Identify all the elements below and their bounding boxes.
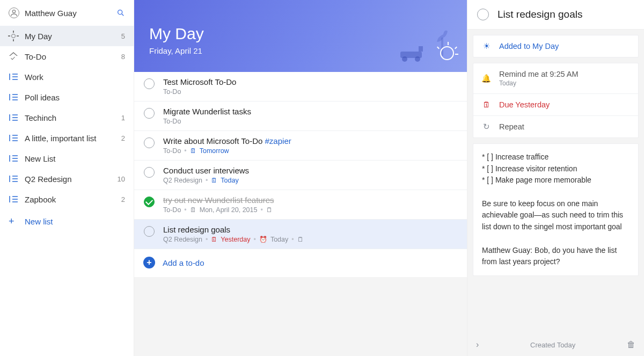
sun-icon: ☀	[481, 42, 492, 50]
task-checkbox[interactable]	[144, 167, 155, 178]
task-due: Tomorrow	[200, 147, 229, 155]
detail-header: List redesign goals	[467, 0, 644, 30]
added-label: Added to My Day	[499, 42, 559, 50]
sun-icon	[9, 31, 18, 41]
sidebar-item-label: To-Do	[25, 52, 121, 61]
task-checkbox[interactable]	[144, 226, 155, 237]
task-checkbox[interactable]	[144, 137, 155, 148]
sidebar-item-q2-redesign[interactable]: Q2 Redesign 10	[0, 169, 134, 189]
add-task-button[interactable]: + Add a to-do	[134, 249, 467, 277]
detail-panel: List redesign goals ☀ Added to My Day 🔔 …	[467, 0, 644, 356]
task-title: List redesign goals	[163, 225, 456, 234]
note-icon: 🗒	[266, 206, 273, 214]
created-label: Created Today	[479, 341, 627, 349]
list-icon	[9, 113, 18, 122]
task-title: Test Microsoft To-Do	[163, 77, 456, 86]
sidebar-item-important[interactable]: A little, important list 2	[0, 128, 134, 148]
detail-title[interactable]: List redesign goals	[497, 9, 582, 20]
search-icon[interactable]	[116, 9, 125, 17]
sidebar-item-label: Work	[25, 72, 125, 82]
main-panel: My Day Friday, April 21 Test Microsoft T…	[134, 0, 467, 356]
list-icon	[9, 92, 18, 102]
repeat-icon: ↻	[481, 122, 492, 131]
task-list-name: To-Do	[163, 118, 181, 125]
note-icon: 🗒	[297, 236, 304, 243]
bell-icon: 🔔	[481, 74, 492, 83]
sidebar-item-label: Poll ideas	[25, 93, 125, 102]
list-icon	[9, 174, 18, 184]
sidebar-item-new-list[interactable]: New List	[0, 148, 134, 169]
svg-point-0	[12, 10, 15, 13]
task-title: try out new Wunderlist features	[163, 195, 456, 205]
task-row[interactable]: Write about Microsoft To-Do #zapier To-D…	[134, 131, 467, 161]
task-hashtag[interactable]: #zapier	[265, 136, 291, 146]
sidebar-item-label: New List	[25, 154, 125, 163]
repeat-row[interactable]: ↻ Repeat	[473, 116, 638, 137]
sidebar-item-my-day[interactable]: My Day 5	[0, 26, 134, 46]
sidebar-item-work[interactable]: Work	[0, 67, 134, 87]
task-checkbox[interactable]	[144, 108, 155, 119]
sidebar-item-label: Techinch	[25, 113, 121, 122]
task-title: Migrate Wunderlist tasks	[163, 107, 456, 116]
task-list: Test Microsoft To-Do To-Do Migrate Wunde…	[134, 72, 467, 277]
new-list-button[interactable]: + New list	[0, 209, 134, 234]
task-date: Mon, April 20, 2015	[200, 206, 258, 214]
list-icon	[9, 72, 18, 82]
plus-circle-icon: +	[143, 257, 155, 268]
calendar-icon: 🗓	[211, 236, 217, 243]
sidebar-header: Matthew Guay	[0, 2, 134, 26]
sidebar-item-count: 2	[121, 195, 125, 204]
added-to-my-day-button[interactable]: ☀ Added to My Day	[473, 35, 638, 57]
add-task-label: Add a to-do	[163, 258, 204, 267]
svg-line-2	[122, 14, 123, 16]
task-due: Today	[221, 177, 238, 184]
calendar-icon: 🗓	[211, 177, 217, 184]
user-name[interactable]: Matthew Guay	[25, 9, 116, 18]
sidebar-item-label: A little, important list	[25, 134, 121, 143]
task-list-name: To-Do	[163, 206, 181, 214]
sidebar-item-label: Zapbook	[25, 195, 121, 204]
sidebar-item-count: 5	[121, 32, 125, 40]
detail-footer: › Created Today 🗑	[467, 335, 644, 356]
task-row[interactable]: Test Microsoft To-Do To-Do	[134, 72, 467, 101]
sidebar-item-count: 2	[121, 134, 125, 142]
list-icon	[9, 154, 18, 163]
list-icon	[9, 194, 18, 204]
task-row[interactable]: List redesign goals Q2 Redesign • 🗓 Yest…	[134, 220, 467, 249]
task-checkbox[interactable]	[477, 9, 489, 20]
hero-banner: My Day Friday, April 21	[134, 0, 467, 72]
sidebar-item-count: 10	[118, 175, 125, 183]
task-checkbox[interactable]	[144, 78, 155, 89]
suggestions-icon[interactable]	[440, 46, 454, 60]
sidebar-item-count: 1	[121, 114, 125, 122]
repeat-label: Repeat	[499, 122, 524, 131]
svg-point-5	[402, 56, 407, 62]
sidebar-item-zapbook[interactable]: Zapbook 2	[0, 189, 134, 209]
user-avatar-icon[interactable]	[9, 8, 19, 18]
due-date-row[interactable]: 🗓 Due Yesterday	[473, 94, 638, 116]
sidebar-item-poll-ideas[interactable]: Poll ideas	[0, 87, 134, 107]
plus-icon: +	[9, 216, 18, 227]
task-checkbox[interactable]	[144, 197, 155, 207]
task-reminder: Today	[270, 236, 288, 243]
sidebar-item-label: My Day	[25, 32, 121, 41]
svg-rect-7	[419, 46, 423, 52]
calendar-icon: 🗓	[190, 206, 196, 214]
task-list-name: To-Do	[163, 88, 181, 96]
new-list-label: New list	[25, 217, 53, 226]
task-row[interactable]: Conduct user interviews Q2 Redesign • 🗓 …	[134, 161, 467, 190]
sidebar-item-techinch[interactable]: Techinch 1	[0, 107, 134, 128]
sidebar-item-todo[interactable]: To-Do 8	[0, 46, 134, 67]
delete-icon[interactable]: 🗑	[627, 340, 635, 350]
hero-illustration	[395, 24, 459, 67]
sidebar: Matthew Guay My Day 5 To-Do 8 Work Poll …	[0, 0, 134, 356]
notes-area[interactable]: * [ ] Increase traffice * [ ] Increase v…	[473, 143, 639, 276]
task-row[interactable]: try out new Wunderlist features To-Do • …	[134, 190, 467, 220]
reminder-label: Remind me at 9:25 AM	[499, 70, 579, 78]
task-list-name: Q2 Redesign	[163, 177, 202, 184]
reminder-icon: ⏰	[259, 236, 267, 243]
reminder-row[interactable]: 🔔 Remind me at 9:25 AM Today	[473, 63, 638, 94]
task-row[interactable]: Migrate Wunderlist tasks To-Do	[134, 101, 467, 131]
sidebar-item-label: Q2 Redesign	[25, 175, 118, 184]
task-due: Yesterday	[221, 236, 250, 243]
